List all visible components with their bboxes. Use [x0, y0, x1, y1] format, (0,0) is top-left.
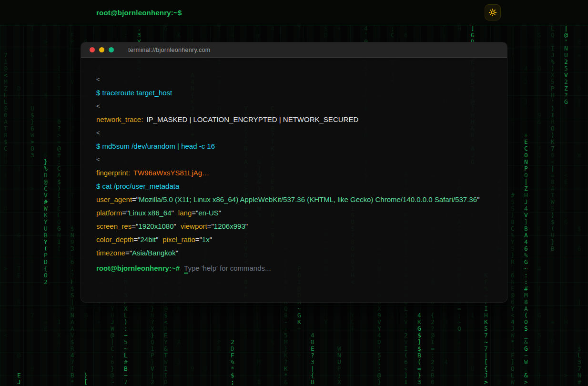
matrix-glyph: |: [482, 352, 490, 359]
matrix-glyph: 4: [416, 312, 423, 319]
matrix-glyph: 5: [536, 332, 543, 339]
matrix-glyph: 5: [482, 325, 490, 332]
metadata-pair: lang="en-US": [178, 209, 221, 217]
matrix-glyph: B: [416, 352, 423, 359]
matrix-glyph: R: [215, 345, 223, 352]
matrix-glyph: $: [69, 339, 76, 345]
matrix-glyph: &: [162, 345, 170, 352]
matrix-glyph: 8: [282, 312, 290, 319]
close-quote: ": [174, 222, 176, 230]
matrix-glyph: 3: [576, 359, 583, 366]
matrix-glyph: ]: [416, 339, 423, 345]
matrix-glyph: I: [162, 372, 170, 379]
matrix-glyph: ?: [549, 332, 557, 339]
matrix-glyph: P: [149, 352, 156, 359]
matrix-glyph: |: [149, 372, 156, 379]
matrix-glyph: @: [82, 312, 90, 319]
matrix-glyph: W: [509, 379, 517, 386]
matrix-glyph: ?: [149, 319, 156, 325]
matrix-glyph: >: [482, 379, 490, 386]
matrix-glyph: (: [522, 312, 530, 319]
matrix-glyph: G: [536, 312, 543, 319]
equals-sign: =: [133, 235, 138, 244]
matrix-glyph: P: [549, 339, 557, 345]
matrix-glyph: Y: [349, 312, 356, 319]
matrix-glyph: 4: [229, 32, 236, 39]
matrix-glyph: Y: [162, 339, 170, 345]
equals-sign: =: [132, 195, 136, 203]
matrix-glyph: F: [229, 352, 236, 359]
matrix-glyph: B: [69, 372, 76, 379]
matrix-glyph: V: [69, 332, 76, 339]
minimize-button[interactable]: [99, 47, 104, 52]
matrix-glyph: =: [456, 305, 463, 312]
matrix-glyph: [: [375, 359, 383, 366]
matrix-glyph: C: [109, 345, 116, 352]
matrix-glyph: +: [95, 319, 103, 325]
metadata-value: Mozilla/5.0 (X11; Linux x86_64) AppleWeb…: [139, 195, 477, 203]
output-key: network_trace:: [96, 115, 143, 123]
terminal-window-header: terminal://bjornleonhenry.com: [81, 42, 507, 58]
matrix-glyph: N: [149, 312, 156, 319]
matrix-glyph: L: [122, 352, 130, 359]
matrix-glyph: S: [522, 325, 530, 332]
matrix-glyph: 4: [309, 332, 316, 339]
matrix-glyph: ': [375, 345, 383, 352]
theme-toggle-button[interactable]: [485, 4, 501, 20]
matrix-glyph: C: [349, 319, 356, 325]
equals-sign: =: [132, 222, 136, 230]
matrix-glyph: I: [215, 25, 223, 32]
matrix-glyph: X: [122, 305, 130, 312]
matrix-glyph: K: [295, 319, 303, 325]
matrix-glyph: 7: [69, 359, 76, 366]
matrix-glyph: }: [416, 372, 423, 379]
close-quote: ": [156, 235, 158, 244]
equals-sign: =: [125, 249, 130, 257]
matrix-glyph: 2: [429, 359, 436, 366]
output-line: network_trace:IP_MASKED | LOCATION_ENCRY…: [96, 114, 492, 125]
close-button[interactable]: [90, 47, 95, 52]
matrix-glyph: B: [255, 379, 263, 386]
matrix-glyph: #: [576, 379, 583, 386]
matrix-glyph: :: [122, 325, 130, 332]
matrix-glyph: 5: [282, 332, 290, 339]
matrix-glyph: 4: [509, 319, 517, 325]
output-line: fingerprint:TW96aWxsYS81LjAg…: [96, 167, 492, 179]
matrix-glyph: ~: [122, 332, 130, 339]
maximize-button[interactable]: [109, 47, 114, 52]
metadata-key: lang: [178, 209, 192, 217]
matrix-glyph: F: [69, 32, 76, 39]
metadata-line: user_agent="Mozilla/5.0 (X11; Linux x86_…: [96, 194, 492, 205]
matrix-glyph: N: [69, 312, 76, 319]
matrix-glyph: @: [375, 372, 383, 379]
matrix-glyph: 7: [389, 312, 396, 319]
output-collapse-chevron: <: [96, 154, 492, 165]
matrix-glyph: -: [282, 325, 290, 332]
matrix-glyph: =: [456, 339, 463, 345]
metadata-value: 1920x1080: [138, 222, 173, 230]
terminal-output-area[interactable]: <$ traceroute target_host<network_trace:…: [81, 58, 507, 303]
matrix-glyph: H: [482, 312, 490, 319]
metadata-key: screen_res: [96, 222, 132, 230]
command-line: $ md5sum /dev/urandom | head -c 16: [96, 141, 492, 152]
matrix-glyph: H: [456, 25, 463, 32]
matrix-glyph: 3: [402, 312, 410, 319]
matrix-glyph: I: [162, 366, 170, 372]
output-key: fingerprint:: [96, 169, 130, 177]
matrix-glyph: 4: [362, 25, 370, 32]
close-quote: ": [172, 209, 174, 217]
output-value: IP_MASKED | LOCATION_ENCRYPTED | NETWORK…: [146, 115, 358, 123]
matrix-glyph: U: [469, 366, 476, 372]
matrix-glyph: *: [69, 379, 76, 386]
matrix-glyph: +: [295, 325, 303, 332]
matrix-glyph: Q: [549, 32, 557, 39]
matrix-glyph: F: [509, 352, 517, 359]
matrix-glyph: G: [416, 325, 423, 332]
matrix-glyph: N: [335, 352, 343, 359]
matrix-glyph: M: [282, 339, 290, 345]
matrix-glyph: X: [149, 325, 156, 332]
matrix-glyph: &: [522, 372, 530, 379]
matrix-glyph: +: [335, 25, 343, 32]
matrix-glyph: =: [416, 366, 423, 372]
matrix-glyph: D: [375, 339, 383, 345]
